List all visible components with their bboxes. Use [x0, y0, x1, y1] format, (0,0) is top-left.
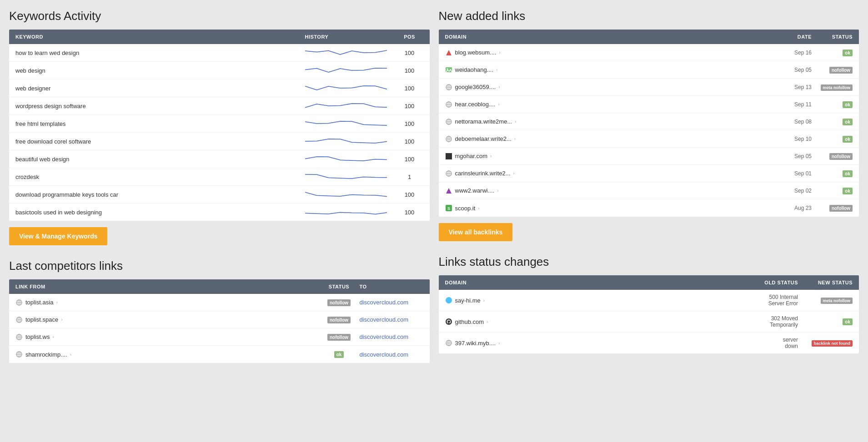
domain-text: 397.wiki.myb....	[455, 340, 496, 347]
to-cell: discovercloud.com	[360, 316, 423, 323]
status-cell: ok	[812, 101, 853, 108]
domain-icon: S	[445, 204, 452, 212]
pos-cell: 100	[396, 191, 423, 198]
domain-icon	[445, 339, 452, 347]
kw-col-header-pos: POS	[396, 34, 423, 40]
new-status-cell: meta nofollow	[798, 297, 853, 304]
date-cell: Sep 08	[780, 119, 812, 125]
status-badge: nofollow	[829, 67, 853, 74]
date-cell: Sep 16	[780, 50, 812, 56]
domain-text: deboemelaar.write2...	[455, 135, 512, 142]
domain-icon	[445, 66, 452, 74]
chevron-right-icon[interactable]: ›	[487, 319, 488, 324]
table-row: toplist.asia › nofollow discovercloud.co…	[9, 294, 430, 311]
date-cell: Sep 13	[780, 84, 812, 90]
table-row: 397.wiki.myb.... › server down backlink …	[439, 333, 859, 353]
chevron-right-icon[interactable]: ›	[490, 154, 492, 159]
chevron-right-icon[interactable]: ›	[498, 102, 499, 107]
domain-cell: deboemelaar.write2... ›	[445, 135, 780, 143]
date-cell: Sep 11	[780, 101, 812, 108]
status-badge: ok	[843, 50, 853, 56]
history-cell	[305, 119, 396, 128]
chevron-right-icon[interactable]: ›	[61, 317, 62, 322]
domain-cell: weidaohang.... ›	[445, 66, 780, 74]
status-badge: nofollow	[829, 205, 853, 212]
keyword-cell: crozdesk	[15, 174, 305, 180]
chevron-right-icon[interactable]: ›	[496, 67, 497, 72]
status-cell: nofollow	[812, 66, 853, 74]
domain-text: say-hi.me	[455, 297, 481, 304]
svg-rect-35	[446, 153, 452, 159]
status-cell: nofollow	[812, 204, 853, 212]
chevron-right-icon[interactable]: ›	[478, 206, 479, 211]
domain-icon	[445, 170, 452, 177]
domain-cell: mgohar.com ›	[445, 153, 780, 160]
table-row: how to learn wed design 100	[9, 44, 430, 62]
domain-icon	[445, 153, 452, 160]
table-row: carinsleurink.write2... › Sep 01 ok	[439, 165, 859, 182]
chevron-right-icon[interactable]: ›	[513, 171, 515, 176]
links-status-panel: Domain Old Status New Status say-hi.me ›…	[439, 275, 859, 353]
pos-cell: 100	[396, 120, 423, 127]
new-status-cell: ok	[798, 318, 853, 325]
table-row: google36059.... › Sep 13 meta nofollow	[439, 79, 859, 96]
chevron-right-icon[interactable]: ›	[497, 188, 498, 193]
chevron-right-icon[interactable]: ›	[70, 352, 71, 357]
keyword-cell: free download corel software	[15, 138, 305, 145]
table-row: free html templates 100	[9, 115, 430, 133]
competitors-title: Last competitors links	[9, 259, 430, 273]
table-row: blog.websum.... › Sep 16 ok	[439, 44, 859, 61]
domain-cell: say-hi.me ›	[445, 297, 735, 304]
domain-text: mgohar.com	[455, 153, 488, 159]
chevron-right-icon[interactable]: ›	[514, 136, 516, 141]
status-cell: nofollow	[812, 153, 853, 160]
chevron-right-icon[interactable]: ›	[56, 300, 57, 305]
status-badge: nofollow	[829, 153, 853, 160]
links-status-table-header: Domain Old Status New Status	[439, 275, 859, 290]
domain-cell: S scoop.it ›	[445, 204, 780, 212]
to-cell: discovercloud.com	[360, 333, 423, 340]
domain-cell: toplist.ws ›	[15, 333, 319, 341]
chevron-right-icon[interactable]: ›	[498, 341, 500, 346]
chevron-right-icon[interactable]: ›	[515, 119, 516, 124]
keyword-cell: wordpress design software	[15, 103, 305, 109]
domain-text: www2.warwi....	[455, 187, 495, 194]
table-row: github.com › 302 Moved Temporarily ok	[439, 311, 859, 333]
status-badge: nofollow	[327, 334, 351, 341]
table-row: deboemelaar.write2... › Sep 10 ok	[439, 130, 859, 148]
new-status-cell: backlink not found	[798, 339, 853, 347]
keyword-cell: free html templates	[15, 120, 305, 127]
chevron-right-icon[interactable]: ›	[499, 50, 501, 55]
table-row: mgohar.com › Sep 05 nofollow	[439, 148, 859, 165]
chevron-right-icon[interactable]: ›	[498, 84, 500, 89]
domain-icon	[445, 187, 452, 194]
domain-cell: toplist.asia ›	[15, 299, 319, 306]
pos-cell: 100	[396, 67, 423, 74]
status-badge: ok	[334, 351, 344, 358]
old-status-cell: 500 Internal Server Error	[734, 294, 798, 307]
pos-cell: 100	[396, 138, 423, 145]
domain-icon	[15, 351, 23, 358]
domain-cell: google36059.... ›	[445, 84, 780, 91]
keyword-cell: how to learn wed design	[15, 50, 305, 56]
view-manage-keywords-button[interactable]: View & Manage Keywords	[9, 227, 107, 245]
domain-icon	[445, 297, 452, 304]
chevron-right-icon[interactable]: ›	[483, 298, 485, 303]
old-status-cell: 302 Moved Temporarily	[734, 315, 798, 328]
history-cell	[305, 101, 396, 110]
domain-icon	[445, 135, 452, 143]
domain-cell: shamrockimp.... ›	[15, 351, 319, 358]
svg-marker-40	[446, 188, 452, 194]
svg-marker-16	[446, 50, 452, 55]
new-links-rows: blog.websum.... › Sep 16 ok weidaohang..…	[439, 44, 859, 217]
status-badge: ok	[843, 101, 853, 108]
view-all-backlinks-button[interactable]: View all backlinks	[439, 223, 513, 241]
domain-text: blog.websum....	[455, 49, 497, 56]
status-badge: nofollow	[327, 317, 351, 323]
keywords-panel: KEYWORD HISTORY POS how to learn wed des…	[9, 30, 430, 221]
keywords-table-header: KEYWORD HISTORY POS	[9, 30, 430, 44]
history-cell	[305, 66, 396, 75]
lsc-col-header-oldstatus: Old Status	[734, 280, 798, 285]
chevron-right-icon[interactable]: ›	[52, 334, 54, 339]
new-links-section: New added links Domain Date Status blog.…	[439, 9, 859, 241]
